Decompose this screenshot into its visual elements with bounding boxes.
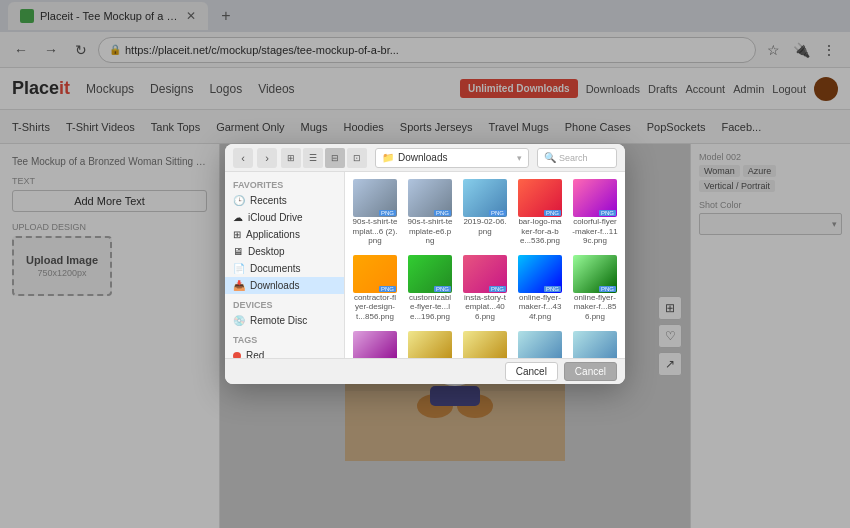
file-type-badge: PNG: [379, 286, 396, 292]
file-thumbnail: PNG: [573, 179, 617, 217]
file-thumbnail: PNG: [463, 255, 507, 293]
search-placeholder: Search: [559, 153, 588, 163]
sidebar-recents[interactable]: 🕒 Recents: [225, 192, 344, 209]
file-name: 2019-02-06.png: [462, 217, 508, 236]
sidebar-downloads[interactable]: 📥 Downloads: [225, 277, 344, 294]
file-item[interactable]: PNG 90s-t-shirt-template-e6.png: [404, 176, 456, 249]
file-thumbnail: PNG: [353, 179, 397, 217]
file-name: bar-logo-maker-for-a-be...536.png: [517, 217, 563, 246]
file-type-badge: PNG: [544, 210, 561, 216]
file-item[interactable]: PNG 1-shirt-mockup-of-a-ma...556.png: [514, 328, 566, 358]
search-box[interactable]: 🔍 Search: [537, 148, 617, 168]
file-type-badge: PNG: [489, 210, 506, 216]
dialog-ok-button[interactable]: Cancel: [564, 362, 617, 381]
file-item[interactable]: PNG simple-center-aligned...196.png: [404, 328, 456, 358]
location-chevron[interactable]: ▾: [517, 153, 522, 163]
file-type-badge: PNG: [599, 210, 616, 216]
search-icon: 🔍: [544, 152, 556, 163]
file-picker-dialog: ‹ › ⊞ ☰ ⊟ ⊡ 📁 Downloads ▾ 🔍 Search: [225, 144, 625, 384]
location-label: Downloads: [398, 152, 447, 163]
gallery-view-button[interactable]: ⊡: [347, 148, 367, 168]
sidebar-applications[interactable]: ⊞ Applications: [225, 226, 344, 243]
file-type-badge: PNG: [434, 286, 451, 292]
tag-red[interactable]: Red: [225, 347, 344, 358]
dialog-view-buttons: ⊞ ☰ ⊟ ⊡: [281, 148, 367, 168]
file-item[interactable]: PNG 1-shirt-mockup-of-a-me...556.png: [569, 328, 621, 358]
list-view-button[interactable]: ☰: [303, 148, 323, 168]
tags-header: Tags: [225, 333, 344, 347]
file-type-badge: PNG: [544, 286, 561, 292]
file-thumbnail: PNG: [518, 331, 562, 358]
sidebar-icloud[interactable]: ☁ iCloud Drive: [225, 209, 344, 226]
file-name: online-flyer-maker-f...856.png: [572, 293, 618, 322]
file-thumbnail: PNG: [353, 255, 397, 293]
file-item[interactable]: PNG online-flyer-maker-f...434f.png: [514, 252, 566, 325]
file-name: contractor-flyer-design-t...856.png: [352, 293, 398, 322]
disc-icon: 💿: [233, 315, 245, 326]
downloads-icon: 📥: [233, 280, 245, 291]
dialog-file-area: PNG 90s-t-shirt-templat...6 (2).png PNG …: [345, 172, 625, 358]
icon-view-button[interactable]: ⊞: [281, 148, 301, 168]
icloud-icon: ☁: [233, 212, 243, 223]
favorites-section: Favorites 🕒 Recents ☁ iCloud Drive ⊞ App…: [225, 178, 344, 294]
file-grid: PNG 90s-t-shirt-templat...6 (2).png PNG …: [349, 176, 621, 358]
file-type-badge: PNG: [379, 210, 396, 216]
location-bar[interactable]: 📁 Downloads ▾: [375, 148, 529, 168]
file-thumbnail: PNG: [518, 179, 562, 217]
favorites-header: Favorites: [225, 178, 344, 192]
file-name: online-flyer-maker-f...434f.png: [517, 293, 563, 322]
file-thumbnail: PNG: [463, 331, 507, 358]
file-item[interactable]: PNG colorful-flyer-maker-f...119c.png: [569, 176, 621, 249]
file-thumbnail: PNG: [573, 331, 617, 358]
dialog-toolbar: ‹ › ⊞ ☰ ⊟ ⊡ 📁 Downloads ▾ 🔍 Search: [225, 144, 625, 172]
devices-header: Devices: [225, 298, 344, 312]
file-type-badge: PNG: [434, 210, 451, 216]
file-item[interactable]: PNG bar-logo-maker-for-a-be...536.png: [514, 176, 566, 249]
column-view-button[interactable]: ⊟: [325, 148, 345, 168]
dialog-footer: Cancel Cancel: [225, 358, 625, 384]
sidebar-remote-disc[interactable]: 💿 Remote Disc: [225, 312, 344, 329]
file-thumbnail: PNG: [408, 255, 452, 293]
file-name: insta-story-templat...406.png: [462, 293, 508, 322]
folder-icon: 📁: [382, 152, 394, 163]
dialog-body: Favorites 🕒 Recents ☁ iCloud Drive ⊞ App…: [225, 172, 625, 358]
file-thumbnail: PNG: [408, 331, 452, 358]
file-thumbnail: PNG: [408, 179, 452, 217]
file-item[interactable]: PNG online-flyer-maker-f...856.png: [569, 252, 621, 325]
devices-section: Devices 💿 Remote Disc: [225, 298, 344, 329]
file-thumbnail: PNG: [463, 179, 507, 217]
desktop-icon: 🖥: [233, 246, 243, 257]
file-thumbnail: PNG: [353, 331, 397, 358]
file-type-badge: PNG: [599, 286, 616, 292]
file-item[interactable]: PNG 90s-t-shirt-templat...6 (2).png: [349, 176, 401, 249]
dialog-sidebar: Favorites 🕒 Recents ☁ iCloud Drive ⊞ App…: [225, 172, 345, 358]
file-item[interactable]: PNG 1-shirt-design-signed...832.png: [459, 328, 511, 358]
file-item[interactable]: PNG contractor-flyer-design-t...856.png: [349, 252, 401, 325]
dialog-back-button[interactable]: ‹: [233, 148, 253, 168]
file-item[interactable]: PNG insta-story-templat...406.png: [459, 252, 511, 325]
dialog-overlay: ‹ › ⊞ ☰ ⊟ ⊡ 📁 Downloads ▾ 🔍 Search: [0, 0, 850, 528]
file-thumbnail: PNG: [573, 255, 617, 293]
recents-icon: 🕒: [233, 195, 245, 206]
file-name: colorful-flyer-maker-f...119c.png: [572, 217, 618, 246]
file-item[interactable]: PNG customizable-flyer-te...le...196.png: [404, 252, 456, 325]
dialog-forward-button[interactable]: ›: [257, 148, 277, 168]
file-item[interactable]: PNG 2019-02-06.png: [459, 176, 511, 249]
documents-icon: 📄: [233, 263, 245, 274]
tags-section: Tags Red Orange Yellow: [225, 333, 344, 358]
file-name: customizable-flyer-te...le...196.png: [407, 293, 453, 322]
sidebar-desktop[interactable]: 🖥 Desktop: [225, 243, 344, 260]
sidebar-documents[interactable]: 📄 Documents: [225, 260, 344, 277]
file-thumbnail: PNG: [518, 255, 562, 293]
file-name: 90s-t-shirt-templat...6 (2).png: [352, 217, 398, 246]
file-type-badge: PNG: [489, 286, 506, 292]
file-item[interactable]: PNG 1-shirt-mockup-of-a-ma...191.png: [349, 328, 401, 358]
dialog-cancel-button[interactable]: Cancel: [505, 362, 558, 381]
applications-icon: ⊞: [233, 229, 241, 240]
file-name: 90s-t-shirt-template-e6.png: [407, 217, 453, 246]
